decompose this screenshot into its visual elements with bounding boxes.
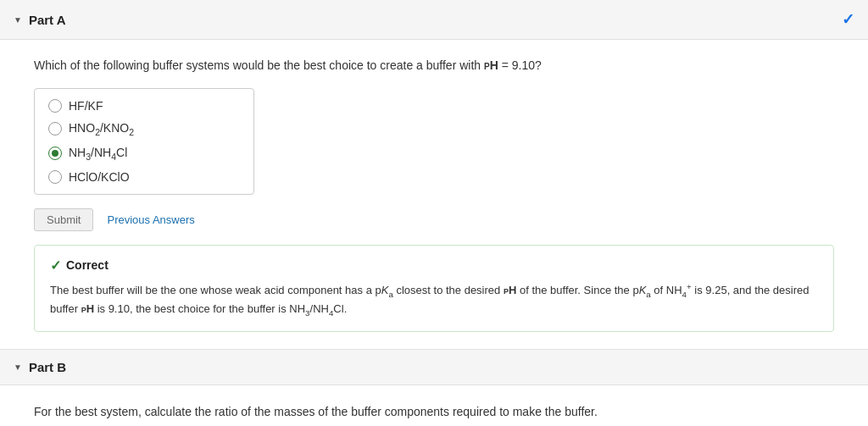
part-b-question: For the best system, calculate the ratio…: [34, 402, 834, 421]
part-a-body: Which of the following buffer systems wo…: [0, 40, 868, 349]
chevron-down-icon: ▼: [14, 15, 22, 25]
part-a-check-icon: ✓: [842, 10, 854, 29]
correct-explanation: The best buffer will be the one whose we…: [50, 280, 818, 320]
part-a-header-left: ▼ Part A: [14, 13, 66, 27]
previous-answers-link[interactable]: Previous Answers: [107, 213, 194, 226]
correct-check-icon: ✓: [50, 257, 61, 274]
chevron-down-icon-b: ▼: [14, 362, 22, 372]
choice-nh3-label: NH3/NH4Cl: [69, 146, 127, 162]
choice-hno2-label: HNO2/KNO2: [69, 121, 134, 137]
radio-hno2[interactable]: [48, 122, 62, 136]
correct-header: ✓ Correct: [50, 257, 818, 274]
part-a-section: ▼ Part A ✓ Which of the following buffer…: [0, 0, 868, 350]
correct-box: ✓ Correct The best buffer will be the on…: [34, 245, 834, 333]
choice-hno2[interactable]: HNO2/KNO2: [48, 121, 240, 137]
part-a-question: Which of the following buffer systems wo…: [34, 57, 834, 75]
choices-box: HF/KF HNO2/KNO2 NH3/NH4Cl HClO/KClO: [34, 88, 254, 195]
submit-button[interactable]: Submit: [34, 208, 93, 231]
radio-nh3-dot: [52, 150, 58, 157]
choice-hf-label: HF/KF: [69, 99, 103, 113]
part-a-header: ▼ Part A ✓: [0, 0, 868, 40]
radio-nh3[interactable]: [48, 147, 62, 160]
radio-hf[interactable]: [48, 99, 62, 113]
part-b-body: For the best system, calculate the ratio…: [0, 385, 868, 426]
actions-row: Submit Previous Answers: [34, 208, 834, 231]
part-b-label: Part B: [29, 360, 66, 374]
part-b-header: ▼ Part B: [0, 350, 868, 385]
choice-nh3[interactable]: NH3/NH4Cl: [48, 146, 240, 162]
choice-hclo[interactable]: HClO/KClO: [48, 170, 240, 184]
choice-hclo-label: HClO/KClO: [69, 170, 130, 184]
part-b-section: ▼ Part B For the best system, calculate …: [0, 350, 868, 426]
correct-label: Correct: [66, 258, 108, 272]
choice-hf[interactable]: HF/KF: [48, 99, 240, 113]
part-b-header-left: ▼ Part B: [14, 360, 66, 374]
radio-hclo[interactable]: [48, 170, 62, 184]
part-a-label: Part A: [29, 13, 66, 27]
